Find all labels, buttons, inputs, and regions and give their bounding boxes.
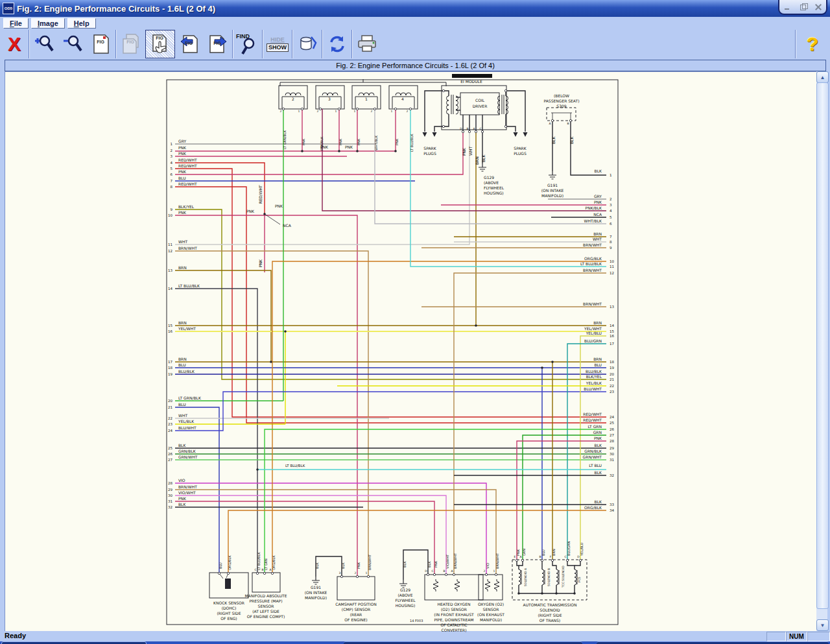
hide-label: HIDE — [270, 36, 285, 43]
find-button[interactable]: FIND — [233, 30, 262, 58]
menu-image[interactable]: Image — [31, 18, 65, 29]
taskbar-button[interactable] — [344, 641, 582, 644]
help-icon: ? — [807, 33, 818, 55]
figure-pages-gray-label: FIG — [126, 40, 134, 44]
diagram-canvas[interactable] — [5, 71, 818, 632]
menu-file[interactable]: File — [3, 18, 29, 29]
vertical-scrollbar[interactable]: ▲ ▼ — [816, 71, 827, 631]
title-bar: OD5 Fig. 2: Engine Performance Circuits … — [0, 0, 830, 17]
scroll-up-button[interactable]: ▲ — [816, 71, 829, 83]
full-figure-button[interactable]: FIG — [87, 30, 115, 58]
restore-button[interactable] — [798, 3, 807, 11]
scrollbar-thumb[interactable] — [816, 82, 829, 609]
app-window: OD5 Fig. 2: Engine Performance Circuits … — [0, 0, 830, 644]
caption-bar: Fig. 2: Engine Performance Circuits - 1.… — [0, 59, 830, 71]
show-label: SHOW — [267, 43, 289, 52]
minimize-button[interactable] — [783, 3, 792, 11]
menu-bar: File Image Help — [0, 17, 830, 29]
figure-list-button-disabled: FIG — [117, 30, 145, 58]
close-figure-icon: X — [8, 34, 21, 54]
toolbar: X FIG — [0, 29, 830, 60]
taskbar-button[interactable] — [1, 641, 147, 644]
help-button[interactable]: ? — [799, 30, 826, 58]
status-panel — [807, 632, 830, 641]
figure-pan-label: FIG — [156, 36, 163, 40]
close-figure-button[interactable]: X — [0, 30, 29, 58]
window-title: Fig. 2: Engine Performance Circuits - 1.… — [17, 4, 215, 14]
figure-page-label: FIG — [97, 40, 104, 44]
zoom-in-button[interactable] — [30, 30, 58, 58]
paint-bucket-icon — [297, 34, 318, 54]
status-text: Ready — [5, 632, 26, 639]
app-icon: OD5 — [3, 3, 14, 14]
window-controls — [778, 0, 827, 15]
num-lock-indicator: NUM — [786, 632, 807, 641]
close-button[interactable] — [814, 3, 823, 11]
next-figure-button[interactable]: FIG — [204, 30, 232, 58]
highlight-button[interactable] — [293, 30, 322, 58]
taskbar — [0, 641, 830, 644]
print-button[interactable] — [353, 30, 381, 58]
zoom-in-icon — [34, 34, 54, 54]
pan-figure-button-active[interactable]: FIG — [145, 30, 175, 58]
status-panel — [766, 632, 786, 641]
toolbar-separator — [795, 30, 796, 58]
previous-figure-button[interactable]: FIG — [175, 30, 204, 58]
figure-next-label: FIG — [213, 41, 221, 45]
status-bar: Ready NUM — [0, 631, 830, 641]
zoom-out-icon — [62, 34, 83, 54]
figure-caption: Fig. 2: Engine Performance Circuits - 1.… — [5, 60, 826, 71]
menu-help[interactable]: Help — [67, 18, 96, 29]
figure-pages-gray-icon — [122, 34, 140, 54]
taskbar-button[interactable] — [597, 641, 829, 644]
find-label: FIND — [236, 33, 250, 40]
zoom-out-button[interactable] — [58, 30, 87, 58]
refresh-button[interactable] — [323, 30, 351, 58]
figure-prev-label: FIG — [185, 41, 193, 45]
refresh-icon — [327, 34, 348, 54]
printer-icon — [356, 34, 378, 54]
hide-show-button[interactable]: HIDE SHOW — [263, 30, 292, 58]
scroll-down-button[interactable]: ▼ — [816, 619, 829, 631]
figure-page-icon — [92, 34, 110, 54]
